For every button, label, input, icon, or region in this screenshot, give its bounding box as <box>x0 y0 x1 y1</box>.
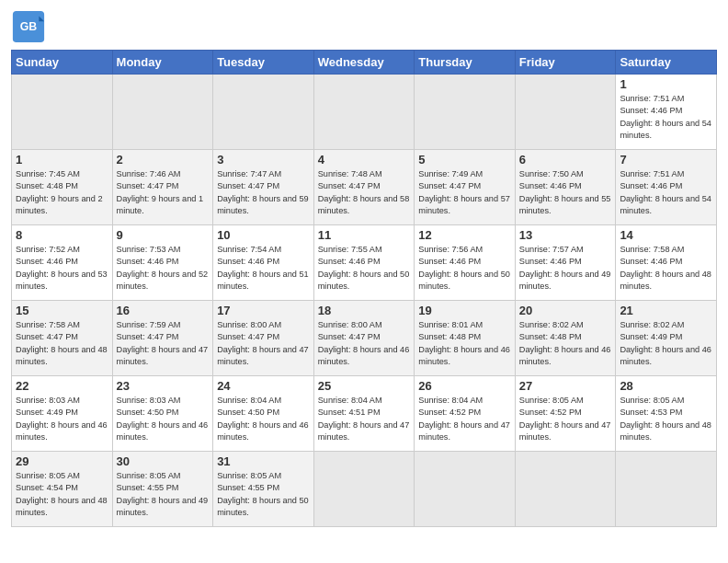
calendar-week-row: 15 Sunrise: 7:58 AM Sunset: 4:47 PM Dayl… <box>12 301 717 376</box>
calendar-cell: 31 Sunrise: 8:05 AM Sunset: 4:55 PM Dayl… <box>213 452 314 527</box>
calendar-cell: 6 Sunrise: 7:50 AM Sunset: 4:46 PM Dayli… <box>515 150 616 225</box>
calendar-cell: 19 Sunrise: 8:01 AM Sunset: 4:48 PM Dayl… <box>415 301 516 376</box>
day-header-thursday: Thursday <box>415 51 516 75</box>
day-number: 9 <box>117 228 210 242</box>
calendar-cell: 15 Sunrise: 7:58 AM Sunset: 4:47 PM Dayl… <box>12 301 113 376</box>
calendar-cell: 24 Sunrise: 8:04 AM Sunset: 4:50 PM Dayl… <box>213 376 314 452</box>
calendar-cell: 20 Sunrise: 8:02 AM Sunset: 4:48 PM Dayl… <box>515 301 616 376</box>
svg-text:GB: GB <box>20 20 38 33</box>
logo: GB <box>11 9 50 44</box>
day-info: Sunrise: 8:03 AM Sunset: 4:50 PM Dayligh… <box>117 395 210 443</box>
day-info: Sunrise: 7:58 AM Sunset: 4:46 PM Dayligh… <box>620 244 712 293</box>
calendar-cell: 4 Sunrise: 7:48 AM Sunset: 4:47 PM Dayli… <box>313 150 415 225</box>
day-number: 26 <box>418 379 511 393</box>
day-info: Sunrise: 7:59 AM Sunset: 4:47 PM Dayligh… <box>117 319 210 368</box>
day-number: 1 <box>620 77 712 91</box>
day-number: 19 <box>418 304 511 317</box>
calendar-week-row: 22 Sunrise: 8:03 AM Sunset: 4:49 PM Dayl… <box>12 376 717 452</box>
day-header-wednesday: Wednesday <box>313 51 415 75</box>
day-number: 14 <box>620 228 712 242</box>
day-info: Sunrise: 8:00 AM Sunset: 4:47 PM Dayligh… <box>217 319 310 368</box>
calendar-cell: 10 Sunrise: 7:54 AM Sunset: 4:46 PM Dayl… <box>213 225 314 301</box>
day-info: Sunrise: 7:49 AM Sunset: 4:47 PM Dayligh… <box>418 168 511 217</box>
day-info: Sunrise: 8:04 AM Sunset: 4:50 PM Dayligh… <box>217 395 310 443</box>
day-number: 3 <box>217 153 310 167</box>
day-number: 15 <box>16 304 108 317</box>
day-number: 25 <box>318 379 411 393</box>
calendar-cell: 1 Sunrise: 7:45 AM Sunset: 4:48 PM Dayli… <box>12 150 113 225</box>
day-header-saturday: Saturday <box>616 51 717 75</box>
calendar-cell <box>12 75 113 150</box>
calendar-container: GB SundayMondayTuesdayWednesdayThursdayF… <box>0 0 728 536</box>
header: GB <box>11 9 717 44</box>
day-number: 13 <box>519 228 612 242</box>
calendar-cell: 29 Sunrise: 8:05 AM Sunset: 4:54 PM Dayl… <box>12 452 113 527</box>
day-info: Sunrise: 7:52 AM Sunset: 4:46 PM Dayligh… <box>16 244 108 293</box>
day-info: Sunrise: 7:50 AM Sunset: 4:46 PM Dayligh… <box>519 168 612 217</box>
day-info: Sunrise: 7:54 AM Sunset: 4:46 PM Dayligh… <box>217 244 310 293</box>
day-number: 20 <box>519 304 612 317</box>
day-info: Sunrise: 8:03 AM Sunset: 4:49 PM Dayligh… <box>16 395 108 443</box>
day-number: 16 <box>117 304 210 317</box>
day-number: 7 <box>620 153 712 167</box>
calendar-cell: 16 Sunrise: 7:59 AM Sunset: 4:47 PM Dayl… <box>112 301 213 376</box>
day-info: Sunrise: 7:47 AM Sunset: 4:47 PM Dayligh… <box>217 168 310 217</box>
day-info: Sunrise: 7:48 AM Sunset: 4:47 PM Dayligh… <box>318 168 411 217</box>
day-number: 17 <box>217 304 310 317</box>
day-number: 4 <box>318 153 411 167</box>
calendar-cell: 17 Sunrise: 8:00 AM Sunset: 4:47 PM Dayl… <box>213 301 314 376</box>
day-info: Sunrise: 7:45 AM Sunset: 4:48 PM Dayligh… <box>16 168 108 217</box>
day-number: 28 <box>620 379 712 393</box>
day-info: Sunrise: 7:56 AM Sunset: 4:46 PM Dayligh… <box>418 244 511 293</box>
calendar-cell: 12 Sunrise: 7:56 AM Sunset: 4:46 PM Dayl… <box>415 225 516 301</box>
calendar-cell: 21 Sunrise: 8:02 AM Sunset: 4:49 PM Dayl… <box>616 301 717 376</box>
day-info: Sunrise: 8:05 AM Sunset: 4:52 PM Dayligh… <box>519 395 612 443</box>
calendar-cell: 23 Sunrise: 8:03 AM Sunset: 4:50 PM Dayl… <box>112 376 213 452</box>
day-info: Sunrise: 7:58 AM Sunset: 4:47 PM Dayligh… <box>16 319 108 368</box>
day-number: 29 <box>16 454 108 468</box>
day-number: 18 <box>318 304 411 317</box>
day-header-friday: Friday <box>515 51 616 75</box>
calendar-cell: 5 Sunrise: 7:49 AM Sunset: 4:47 PM Dayli… <box>415 150 516 225</box>
calendar-cell: 13 Sunrise: 7:57 AM Sunset: 4:46 PM Dayl… <box>515 225 616 301</box>
day-info: Sunrise: 8:05 AM Sunset: 4:54 PM Dayligh… <box>16 470 108 519</box>
day-info: Sunrise: 7:46 AM Sunset: 4:47 PM Dayligh… <box>117 168 210 217</box>
calendar-cell <box>616 452 717 527</box>
day-header-monday: Monday <box>112 51 213 75</box>
day-number: 8 <box>16 228 108 242</box>
calendar-week-row: 29 Sunrise: 8:05 AM Sunset: 4:54 PM Dayl… <box>12 452 717 527</box>
day-header-sunday: Sunday <box>12 51 113 75</box>
calendar-table: SundayMondayTuesdayWednesdayThursdayFrid… <box>11 50 717 527</box>
day-number: 1 <box>16 153 108 167</box>
day-info: Sunrise: 7:57 AM Sunset: 4:46 PM Dayligh… <box>519 244 612 293</box>
logo-icon: GB <box>11 9 46 44</box>
day-info: Sunrise: 8:04 AM Sunset: 4:51 PM Dayligh… <box>318 395 411 443</box>
day-number: 2 <box>117 153 210 167</box>
day-number: 22 <box>16 379 108 393</box>
day-info: Sunrise: 7:51 AM Sunset: 4:46 PM Dayligh… <box>620 168 712 217</box>
day-info: Sunrise: 8:04 AM Sunset: 4:52 PM Dayligh… <box>418 395 511 443</box>
day-number: 21 <box>620 304 712 317</box>
day-info: Sunrise: 8:01 AM Sunset: 4:48 PM Dayligh… <box>418 319 511 368</box>
day-number: 12 <box>418 228 511 242</box>
day-number: 6 <box>519 153 612 167</box>
calendar-cell: 14 Sunrise: 7:58 AM Sunset: 4:46 PM Dayl… <box>616 225 717 301</box>
calendar-cell: 2 Sunrise: 7:46 AM Sunset: 4:47 PM Dayli… <box>112 150 213 225</box>
calendar-cell: 8 Sunrise: 7:52 AM Sunset: 4:46 PM Dayli… <box>12 225 113 301</box>
day-number: 23 <box>117 379 210 393</box>
calendar-cell <box>112 75 213 150</box>
day-info: Sunrise: 8:05 AM Sunset: 4:55 PM Dayligh… <box>217 470 310 519</box>
day-info: Sunrise: 8:02 AM Sunset: 4:48 PM Dayligh… <box>519 319 612 368</box>
calendar-cell: 30 Sunrise: 8:05 AM Sunset: 4:55 PM Dayl… <box>112 452 213 527</box>
calendar-week-row: 1 Sunrise: 7:45 AM Sunset: 4:48 PM Dayli… <box>12 150 717 225</box>
day-number: 27 <box>519 379 612 393</box>
calendar-header-row: SundayMondayTuesdayWednesdayThursdayFrid… <box>12 51 717 75</box>
calendar-cell: 27 Sunrise: 8:05 AM Sunset: 4:52 PM Dayl… <box>515 376 616 452</box>
day-info: Sunrise: 8:05 AM Sunset: 4:53 PM Dayligh… <box>620 395 712 443</box>
calendar-cell: 28 Sunrise: 8:05 AM Sunset: 4:53 PM Dayl… <box>616 376 717 452</box>
day-info: Sunrise: 7:53 AM Sunset: 4:46 PM Dayligh… <box>117 244 210 293</box>
calendar-cell <box>313 75 415 150</box>
calendar-cell <box>515 452 616 527</box>
day-info: Sunrise: 8:00 AM Sunset: 4:47 PM Dayligh… <box>318 319 411 368</box>
day-number: 30 <box>117 454 210 468</box>
